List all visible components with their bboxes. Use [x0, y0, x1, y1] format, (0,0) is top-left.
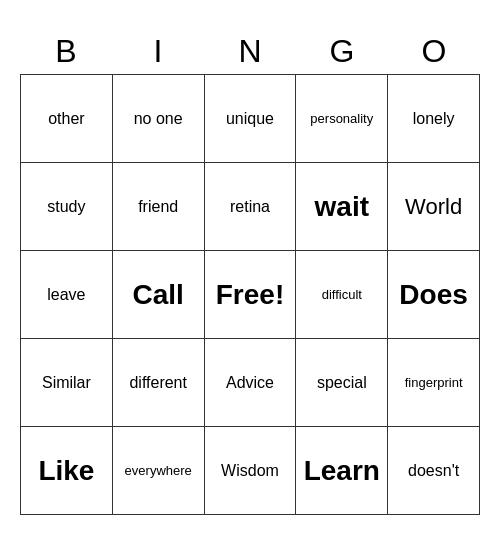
- cell-text: everywhere: [125, 463, 192, 478]
- cell-text: World: [405, 194, 462, 220]
- bingo-cell: Free!: [205, 251, 297, 339]
- cell-text: lonely: [413, 110, 455, 128]
- cell-text: Call: [133, 279, 184, 311]
- header-letter: N: [204, 29, 296, 74]
- bingo-card: BINGO otherno oneuniquepersonalitylonely…: [20, 29, 480, 515]
- bingo-cell: study: [21, 163, 113, 251]
- cell-text: Like: [38, 455, 94, 487]
- header-letter: I: [112, 29, 204, 74]
- bingo-cell: Learn: [296, 427, 388, 515]
- bingo-cell: doesn't: [388, 427, 480, 515]
- bingo-cell: special: [296, 339, 388, 427]
- bingo-cell: personality: [296, 75, 388, 163]
- header-letter: G: [296, 29, 388, 74]
- bingo-grid: otherno oneuniquepersonalitylonelystudyf…: [20, 74, 480, 515]
- cell-text: Wisdom: [221, 462, 279, 480]
- bingo-cell: wait: [296, 163, 388, 251]
- bingo-cell: leave: [21, 251, 113, 339]
- cell-text: unique: [226, 110, 274, 128]
- cell-text: no one: [134, 110, 183, 128]
- bingo-header: BINGO: [20, 29, 480, 74]
- cell-text: friend: [138, 198, 178, 216]
- cell-text: other: [48, 110, 84, 128]
- cell-text: fingerprint: [405, 375, 463, 390]
- bingo-cell: Does: [388, 251, 480, 339]
- cell-text: different: [129, 374, 187, 392]
- bingo-cell: other: [21, 75, 113, 163]
- bingo-cell: difficult: [296, 251, 388, 339]
- cell-text: doesn't: [408, 462, 459, 480]
- bingo-cell: Wisdom: [205, 427, 297, 515]
- bingo-cell: unique: [205, 75, 297, 163]
- cell-text: personality: [310, 111, 373, 126]
- cell-text: leave: [47, 286, 85, 304]
- cell-text: retina: [230, 198, 270, 216]
- bingo-cell: lonely: [388, 75, 480, 163]
- bingo-cell: everywhere: [113, 427, 205, 515]
- cell-text: special: [317, 374, 367, 392]
- bingo-cell: World: [388, 163, 480, 251]
- bingo-cell: different: [113, 339, 205, 427]
- cell-text: Learn: [304, 455, 380, 487]
- cell-text: difficult: [322, 287, 362, 302]
- cell-text: Similar: [42, 374, 91, 392]
- bingo-cell: Similar: [21, 339, 113, 427]
- cell-text: wait: [315, 191, 369, 223]
- cell-text: study: [47, 198, 85, 216]
- bingo-cell: Advice: [205, 339, 297, 427]
- bingo-cell: fingerprint: [388, 339, 480, 427]
- bingo-cell: Call: [113, 251, 205, 339]
- cell-text: Advice: [226, 374, 274, 392]
- cell-text: Free!: [216, 279, 284, 311]
- cell-text: Does: [399, 279, 467, 311]
- bingo-cell: Like: [21, 427, 113, 515]
- bingo-cell: no one: [113, 75, 205, 163]
- bingo-cell: retina: [205, 163, 297, 251]
- bingo-cell: friend: [113, 163, 205, 251]
- header-letter: B: [20, 29, 112, 74]
- header-letter: O: [388, 29, 480, 74]
